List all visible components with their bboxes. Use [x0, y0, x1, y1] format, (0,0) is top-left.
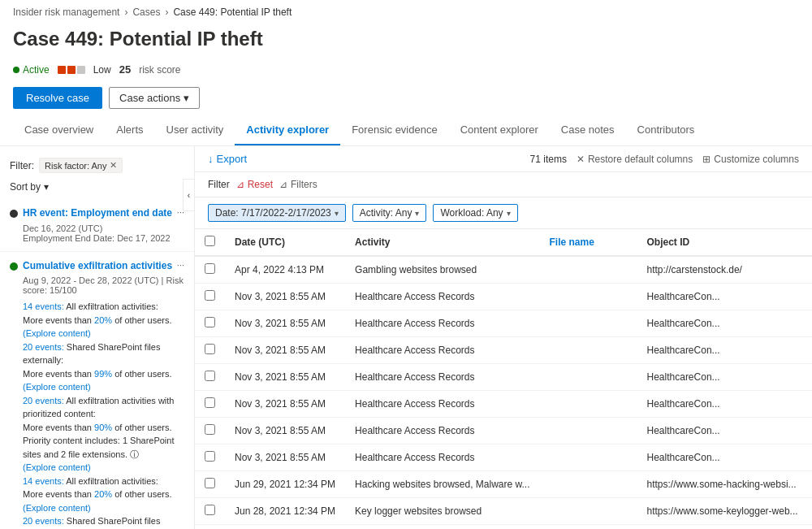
table-row: Nov 3, 2021 8:55 AM Healthcare Access Re… — [195, 364, 812, 391]
col-header-objectid[interactable]: Object ID — [637, 229, 808, 256]
event-title-cumulative[interactable]: Cumulative exfiltration activities — [23, 260, 177, 273]
breadcrumb-item-3: Case 449: Potential IP theft — [173, 7, 292, 18]
row-select-5[interactable] — [205, 397, 215, 408]
filters-button[interactable]: ⊿ Filters — [279, 179, 317, 190]
tab-case-notes[interactable]: Case notes — [550, 115, 626, 145]
row-select-4[interactable] — [205, 371, 215, 381]
table-body: Apr 4, 2022 4:13 PM Gambling websites br… — [195, 256, 812, 529]
row-checkbox-5[interactable] — [195, 391, 225, 418]
breadcrumb-sep-1: › — [124, 7, 127, 18]
event-body-link-4[interactable]: 20 events: — [23, 396, 64, 405]
row-checkbox-0[interactable] — [195, 256, 225, 284]
breadcrumb-sep-2: › — [165, 7, 168, 18]
row-select-0[interactable] — [205, 263, 215, 274]
event-pct-5[interactable]: 90% — [94, 423, 112, 432]
row-checkbox-8[interactable] — [195, 471, 225, 498]
row-select-2[interactable] — [205, 317, 215, 327]
tab-forensic[interactable]: Forensic evidence — [340, 115, 449, 145]
breadcrumb-item-2[interactable]: Cases — [132, 7, 160, 18]
filter-pill-workload[interactable]: Workload: Any ▾ — [433, 204, 517, 222]
row-checkbox-6[interactable] — [195, 418, 225, 444]
tab-activity-explorer[interactable]: Activity explorer — [235, 115, 340, 145]
tab-case-overview[interactable]: Case overview — [13, 115, 105, 145]
select-all-checkbox[interactable] — [205, 236, 215, 246]
row-select-3[interactable] — [205, 344, 215, 354]
row-select-8[interactable] — [205, 478, 215, 488]
row-activity-0: Gambling websites browsed — [345, 256, 539, 284]
row-checkbox-10[interactable] — [195, 525, 225, 530]
row-checkbox-2[interactable] — [195, 310, 225, 337]
filter-tag-close[interactable]: ✕ — [110, 160, 117, 171]
row-select-6[interactable] — [205, 424, 215, 435]
breadcrumb-item-1[interactable]: Insider risk management — [13, 7, 119, 18]
customize-icon: ⊞ — [702, 154, 710, 165]
col-header-activity[interactable]: Activity — [345, 229, 539, 256]
reset-filter-button[interactable]: ⊿ Reset — [236, 179, 273, 190]
filter-pill-workload-label: Workload: Any — [440, 207, 503, 219]
row-filename-6 — [540, 418, 637, 444]
filter-tag-risk[interactable]: Risk factor: Any ✕ — [39, 158, 123, 173]
event-body-line-4: 20 events: All exfiltration activities w… — [23, 394, 184, 421]
explore-link-1[interactable]: (Explore content) — [23, 328, 91, 338]
event-more-cumulative[interactable]: ··· — [177, 260, 184, 270]
row-objectid-7: HealthcareCon... — [637, 444, 808, 471]
row-workload-6 — [808, 418, 812, 444]
restore-label: Restore default columns — [588, 154, 693, 165]
col-header-checkbox — [195, 229, 225, 256]
case-actions-chevron: ▾ — [184, 92, 189, 104]
row-select-9[interactable] — [205, 505, 215, 515]
event-body-link-0[interactable]: 14 events: — [23, 301, 64, 311]
event-pct-1[interactable]: 20% — [94, 315, 112, 325]
event-body-link-7[interactable]: 14 events: — [23, 476, 64, 486]
row-date-6: Nov 3, 2021 8:55 AM — [225, 418, 345, 444]
tab-content-explorer[interactable]: Content explorer — [449, 115, 550, 145]
row-checkbox-1[interactable] — [195, 284, 225, 310]
explore-link-3[interactable]: (Explore content) — [23, 462, 91, 472]
row-checkbox-4[interactable] — [195, 364, 225, 391]
filter-pill-date[interactable]: Date: 7/17/2022-2/17/2023 ▾ — [208, 204, 346, 222]
row-filename-1 — [540, 284, 637, 310]
restore-columns-button[interactable]: ✕ Restore default columns — [577, 154, 693, 165]
tab-contributors[interactable]: Contributors — [626, 115, 706, 145]
row-checkbox-9[interactable] — [195, 498, 225, 525]
row-objectid-6: HealthcareCon... — [637, 418, 808, 444]
sort-label: Sort by — [10, 181, 41, 193]
event-body-link-9[interactable]: 20 events: — [23, 516, 64, 526]
filter-pill-activity[interactable]: Activity: Any ▾ — [352, 204, 427, 222]
collapse-icon: ‹ — [188, 191, 190, 200]
tab-user-activity[interactable]: User activity — [155, 115, 235, 145]
event-pct-8[interactable]: 20% — [94, 489, 112, 499]
customize-columns-button[interactable]: ⊞ Customize columns — [702, 154, 799, 165]
row-workload-4 — [808, 364, 812, 391]
severity-indicator — [58, 66, 85, 74]
col-header-filename[interactable]: File name — [540, 229, 637, 256]
sev-block-2 — [67, 66, 76, 74]
resolve-case-button[interactable]: Resolve case — [13, 87, 102, 109]
row-checkbox-3[interactable] — [195, 337, 225, 364]
row-select-1[interactable] — [205, 290, 215, 301]
sort-row[interactable]: Sort by ▾ — [0, 178, 194, 199]
col-header-workload[interactable]: Workload — [808, 229, 812, 256]
event-card-hr: HR event: Employment end date ··· Dec 16… — [0, 199, 194, 252]
event-date-cumulative: Aug 9, 2022 - Dec 28, 2022 (UTC) | Risk … — [23, 275, 184, 295]
sev-block-1 — [58, 66, 66, 74]
collapse-panel-button[interactable]: ‹ — [183, 179, 194, 211]
table-row: Nov 3, 2021 8:55 AM Healthcare Access Re… — [195, 418, 812, 444]
event-pct-3[interactable]: 99% — [94, 369, 112, 379]
table-row: Jun 29, 2021 12:34 PM Hacking websites b… — [195, 471, 812, 498]
row-objectid-5: HealthcareCon... — [637, 391, 808, 418]
event-title-hr[interactable]: HR event: Employment end date — [23, 207, 177, 220]
row-checkbox-7[interactable] — [195, 444, 225, 471]
tab-alerts[interactable]: Alerts — [105, 115, 154, 145]
filter-pill-activity-chevron: ▾ — [415, 209, 419, 218]
row-objectid-2: HealthcareCon... — [637, 310, 808, 337]
export-button[interactable]: ↓ Export — [208, 153, 247, 165]
event-body-link-2[interactable]: 20 events: — [23, 342, 64, 352]
explore-link-2[interactable]: (Explore content) — [23, 382, 91, 392]
event-card-header: HR event: Employment end date ··· — [10, 207, 184, 220]
case-actions-button[interactable]: Case actions ▾ — [109, 87, 200, 109]
risk-score-label: risk score — [139, 64, 180, 76]
row-select-7[interactable] — [205, 451, 215, 462]
explore-link-4[interactable]: (Explore content) — [23, 503, 91, 513]
col-header-date[interactable]: Date (UTC) — [225, 229, 345, 256]
